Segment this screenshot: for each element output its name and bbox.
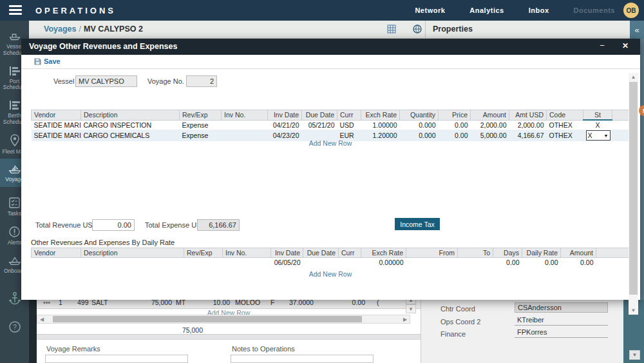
panel-divider	[425, 21, 426, 39]
svg-text:?: ?	[13, 324, 17, 331]
breadcrumb: Voyages/MV CALYPSO 2	[44, 25, 143, 34]
hamburger-menu-icon[interactable]	[9, 5, 22, 15]
vessel-field[interactable]: MV CALYPSO	[75, 75, 137, 87]
daily-rate-table: Vendor Description Rev/Exp Inv No. Inv D…	[31, 248, 630, 268]
ops-coord-2-field[interactable]: KTreiber	[515, 315, 608, 326]
income-tax-button[interactable]: Income Tax	[395, 218, 440, 230]
top-bar: OPERATIONS Network Analytics Inbox Docum…	[0, 0, 644, 21]
alerts-icon	[8, 226, 21, 238]
daily-add-new-row-link[interactable]: Add New Row	[31, 270, 630, 278]
total-expense-field[interactable]: 6,166.67	[197, 219, 240, 231]
page-title: MV CALYPSO 2	[84, 25, 143, 34]
nav-analytics[interactable]: Analytics	[469, 6, 504, 14]
minimize-icon[interactable]: −	[596, 41, 608, 52]
table-row[interactable]: SEATIDE MARITIM CARGO INSPECTION Expense…	[32, 120, 630, 130]
scroll-down-arrow-icon[interactable]: ▼	[629, 306, 638, 315]
top-nav: Network Analytics Inbox Documents	[415, 0, 615, 21]
total-revenue-field[interactable]: 0.00	[92, 219, 135, 231]
voyage-no-label: Voyage No.	[147, 77, 184, 85]
content-left-edge	[29, 293, 37, 363]
nav-inbox[interactable]: Inbox	[529, 6, 549, 14]
save-disk-icon	[34, 58, 41, 65]
nav-network[interactable]: Network	[415, 6, 445, 14]
add-new-row-link[interactable]: Add New Row	[31, 139, 630, 147]
chtr-coord-label: Chtr Coord	[440, 305, 475, 313]
scroll-up-arrow-icon[interactable]: ▲	[629, 73, 638, 81]
grid-view-icon[interactable]	[386, 24, 397, 34]
modal-vscrollbar[interactable]: ▲ ▼	[629, 73, 638, 315]
collapse-panel-chevron-icon[interactable]: «	[630, 21, 644, 39]
cargo-qty-total: 75,000	[158, 326, 203, 334]
onboard-icon	[8, 255, 22, 266]
modal-body: Save Vessel MV CALYPSO Voyage No. 2 Vend…	[21, 55, 640, 300]
modal-titlebar[interactable]: Voyage Other Revenues and Expenses − ✕	[21, 39, 640, 55]
globe-icon[interactable]	[412, 24, 422, 34]
chevron-down-icon: ▼	[604, 133, 609, 138]
operations-app: OPERATIONS Network Analytics Inbox Docum…	[0, 0, 644, 363]
notes-to-operations-field[interactable]	[231, 355, 374, 363]
voyage-other-revenues-expenses-modal: Voyage Other Revenues and Expenses − ✕ S…	[21, 39, 640, 300]
total-revenue-label: Total Revenue USD	[35, 221, 98, 229]
voyage-icon	[8, 163, 22, 175]
voyage-properties-panel: Chtr Coord CSAndersson Ops Coord 2 KTrei…	[421, 293, 623, 363]
voyage-remarks-field[interactable]	[45, 355, 188, 363]
port-schedule-icon	[8, 65, 21, 77]
breadcrumb-voyages-link[interactable]: Voyages	[44, 25, 77, 34]
properties-scroll-down-arrow-icon[interactable]: ▼	[629, 350, 640, 360]
totals-row: Total Revenue USD 0.00 Total Expense USD…	[21, 219, 640, 232]
voyage-no-field[interactable]: 2	[186, 75, 217, 87]
nav-documents: Documents	[574, 6, 615, 14]
save-button[interactable]: Save	[34, 57, 61, 65]
app-title: OPERATIONS	[35, 6, 116, 15]
other-rev-exp-table: Vendor Description Rev/Exp Inv No. Inv D…	[31, 110, 630, 141]
cargo-table-hscrollbar[interactable]: ◀ ▶	[37, 315, 410, 324]
vessel-label: Vessel	[53, 77, 74, 85]
scroll-right-arrow-icon[interactable]: ▶	[401, 315, 410, 323]
voyage-screen-background: ••• 1 499 SALT 75,000 MT 10.00 MOLOO F 3…	[29, 293, 644, 363]
table-header-row: Vendor Description Rev/Exp Inv No. Inv D…	[32, 110, 630, 121]
close-icon[interactable]: ✕	[620, 41, 631, 53]
sidebar-item-help[interactable]: ?	[0, 316, 29, 337]
notes-to-operations-label: Notes to Operations	[232, 345, 295, 353]
breadcrumb-separator: /	[77, 25, 84, 34]
modal-toolbar: Save	[21, 55, 640, 69]
voyage-remarks-label: Voyage Remarks	[46, 345, 100, 353]
modal-form-row: Vessel MV CALYPSO Voyage No. 2	[21, 75, 640, 88]
right-panel-edge-upper	[639, 39, 644, 300]
user-avatar[interactable]: OB	[623, 3, 639, 18]
table-header-row: Vendor Description Rev/Exp Inv No. Inv D…	[32, 248, 630, 258]
hscroll-thumb[interactable]	[53, 316, 362, 322]
vscroll-thumb[interactable]	[629, 82, 638, 295]
finance-label: Finance	[440, 330, 466, 338]
berth-schedule-icon	[8, 99, 21, 111]
finance-field[interactable]: FPKorres	[515, 328, 608, 338]
modal-title: Voyage Other Revenues and Expenses	[29, 42, 177, 51]
properties-panel-title: Properties	[433, 25, 473, 34]
section-divider-band	[37, 334, 421, 340]
breadcrumb-bar: Voyages/MV CALYPSO 2 Properties «	[29, 21, 644, 39]
ops-coord-2-label: Ops Coord 2	[440, 318, 480, 326]
anchor-icon	[8, 291, 21, 306]
daily-rate-section-label: Other Revenues And Expenses By Daily Rat…	[31, 239, 175, 246]
scroll-left-arrow-icon[interactable]: ◀	[37, 315, 46, 323]
help-icon: ?	[8, 320, 21, 333]
chtr-coord-field[interactable]: CSAndersson	[515, 302, 608, 313]
tasks-icon	[8, 197, 21, 209]
table-row[interactable]: 06/05/20 0.00000 0.00 0.00 0.00	[32, 258, 630, 268]
vessel-schedule-icon	[8, 30, 22, 42]
fleet-map-icon	[9, 134, 21, 147]
